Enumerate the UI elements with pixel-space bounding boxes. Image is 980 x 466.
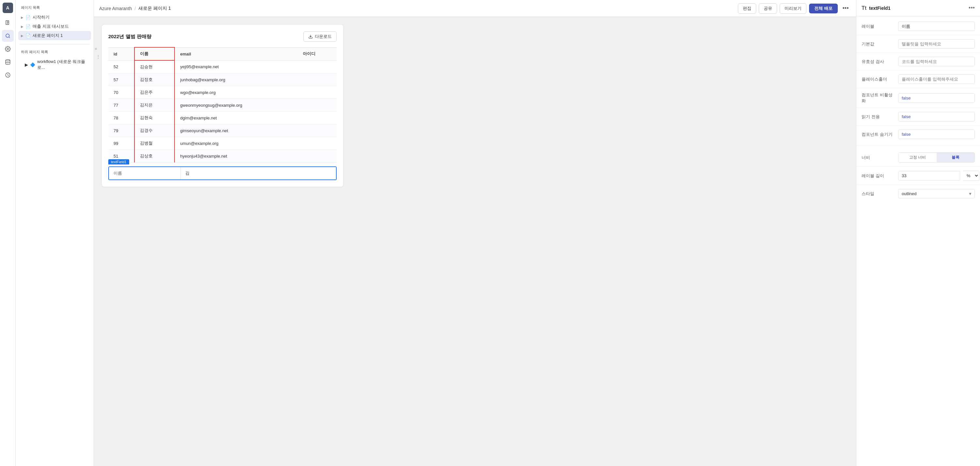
expand-arrow: ▶ [21, 34, 24, 38]
database-icon[interactable] [2, 56, 14, 68]
cell-name: 김현숙 [134, 111, 175, 124]
prop-row-hidden: 컴포넌트 숨기기 false [856, 127, 980, 142]
settings-icon[interactable] [2, 43, 14, 55]
prop-label-placeholder: 플레이스홀더 [862, 76, 894, 82]
prop-label-label: 레이블 [862, 24, 894, 29]
prop-label-validation: 유효성 검사 [862, 59, 894, 65]
pages-icon[interactable] [2, 17, 14, 29]
label-length-input[interactable] [898, 171, 960, 180]
top-bar: Azure Amaranth / 새로운 페이지 1 편집 공유 미리보기 전체… [94, 0, 856, 17]
expand-arrow: ▶ [25, 62, 28, 67]
width-toggle: 고정 너비 블록 [898, 153, 975, 162]
breadcrumb-current: 새로운 페이지 1 [138, 6, 171, 11]
plugins-icon[interactable] [2, 69, 14, 81]
svg-point-2 [7, 48, 8, 50]
table-row: 52 김승현 yeji95@example.net [108, 60, 337, 73]
cell-name: 김승현 [134, 60, 175, 73]
table-row: 99 김병철 umun@example.org [108, 137, 337, 150]
prop-label-disabled: 컴포넌트 비활성화 [862, 92, 894, 104]
breadcrumb: Azure Amaranth / 새로운 페이지 1 [99, 6, 171, 11]
page-file-icon: 📄 [25, 24, 31, 29]
page-list-title: 페이지 목록 [18, 4, 91, 13]
text-field-row: 이름 김 [108, 167, 337, 180]
cell-email: wgo@example.org [175, 86, 298, 99]
prop-label-style: 스타일 [862, 191, 894, 197]
expand-arrow: ▶ [21, 25, 24, 29]
cell-id: 79 [108, 124, 134, 137]
search-icon[interactable] [2, 30, 14, 42]
width-fixed-option[interactable]: 고정 너비 [899, 153, 937, 162]
cell-uid [298, 150, 337, 162]
cell-id: 99 [108, 137, 134, 150]
page-item-start[interactable]: ▶ 📄 시작하기 [18, 13, 91, 22]
style-select-wrap: outlined filled standard ▼ [898, 189, 975, 199]
props-more-button[interactable]: ••• [969, 5, 975, 11]
text-field-label: 이름 [109, 167, 181, 180]
edit-button[interactable]: 편집 [738, 3, 756, 14]
cell-name: 김상호 [134, 150, 175, 162]
text-field-input[interactable]: 김 [181, 167, 336, 180]
prop-row-readonly: 읽기 전용 false [856, 109, 980, 124]
add-row-icon[interactable]: ＋ [94, 46, 99, 52]
page-item-new[interactable]: ▶ 📄 새로운 페이지 1 [18, 31, 91, 40]
widget-title: 2022년 앨범 판매량 [108, 33, 151, 40]
textfield-badge: textField1 [108, 159, 129, 164]
deploy-button[interactable]: 전체 배포 [809, 3, 838, 13]
disabled-value[interactable]: false [898, 93, 975, 103]
svg-point-1 [6, 34, 10, 38]
drag-row-icon[interactable]: ⋮⋮ [94, 54, 99, 60]
table-row: 70 김은주 wgo@example.org [108, 86, 337, 99]
validation-input[interactable] [898, 57, 975, 66]
cell-name: 김경수 [134, 124, 175, 137]
cell-email: umun@example.org [175, 137, 298, 150]
prop-label-length: 레이블 길이 [862, 173, 894, 179]
download-button[interactable]: 다운로드 [303, 31, 337, 42]
cell-email: junhobag@example.org [175, 73, 298, 86]
cell-uid [298, 73, 337, 86]
cell-email: yeji95@example.net [175, 60, 298, 73]
prop-row-disabled: 컴포넌트 비활성화 false [856, 89, 980, 107]
data-table: id 이름 email 아이디 52 김승현 yeji95@example.ne… [108, 47, 337, 162]
prop-row-default: 기본값 [856, 37, 980, 51]
cell-uid [298, 86, 337, 99]
canvas-area: ＋ ⋮⋮ 2022년 앨범 판매량 다운로드 id 이름 [94, 17, 856, 466]
more-button[interactable]: ••• [840, 3, 851, 14]
width-block-option[interactable]: 블록 [937, 153, 975, 162]
sub-section-title: 하위 페이지 목록 [18, 48, 91, 57]
page-sidebar: 페이지 목록 ▶ 📄 시작하기 ▶ 📄 매출 지표 대시보드 ▶ 📄 새로운 페… [16, 0, 94, 466]
cell-name: 김정호 [134, 73, 175, 86]
preview-button[interactable]: 미리보기 [780, 3, 807, 14]
prop-row-width: 너비 고정 너비 블록 [856, 150, 980, 165]
cell-uid [298, 137, 337, 150]
tt-icon: Tt [862, 5, 867, 11]
component-name: Tt textField1 [862, 5, 890, 11]
table-row: 57 김정호 junhobag@example.org [108, 73, 337, 86]
label-length-row: % px [898, 171, 979, 181]
hidden-value[interactable]: false [898, 130, 975, 139]
default-input[interactable] [898, 39, 975, 49]
sidebar-divider [19, 44, 90, 45]
table-row: 79 김경수 gimseoyun@example.net [108, 124, 337, 137]
page-item-label: 새로운 페이지 1 [33, 33, 63, 38]
cell-uid [298, 99, 337, 111]
placeholder-input[interactable] [898, 75, 975, 84]
table-row: 51 김상호 hyeonju43@example.net [108, 150, 337, 162]
readonly-value[interactable]: false [898, 112, 975, 121]
label-input[interactable] [898, 22, 975, 31]
canvas-widget: 2022년 앨범 판매량 다운로드 id 이름 email 아이디 [102, 25, 343, 187]
expand-arrow: ▶ [21, 16, 24, 19]
prop-label-hidden: 컴포넌트 숨기기 [862, 132, 894, 137]
page-item-dashboard[interactable]: ▶ 📄 매출 지표 대시보드 [18, 22, 91, 31]
prop-row-style: 스타일 outlined filled standard ▼ [856, 186, 980, 201]
cell-name: 김병철 [134, 137, 175, 150]
label-unit-select[interactable]: % px [963, 171, 979, 181]
props-panel: Tt textField1 ••• 레이블 기본값 유효성 검사 플레이스홀더 [856, 0, 980, 466]
share-button[interactable]: 공유 [759, 3, 777, 14]
style-select[interactable]: outlined filled standard [898, 189, 975, 199]
page-item-label: 시작하기 [33, 14, 49, 20]
cell-id: 57 [108, 73, 134, 86]
cell-id: 52 [108, 60, 134, 73]
sub-page-workflow[interactable]: ▶ 🔷 workflow1 (새로운 워크플로... [18, 57, 91, 72]
cell-uid [298, 111, 337, 124]
cell-uid [298, 124, 337, 137]
